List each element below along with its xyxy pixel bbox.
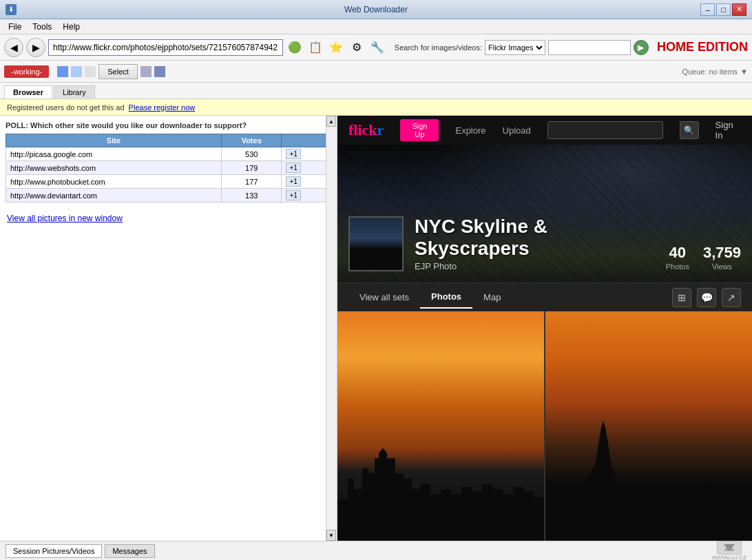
vote-cell: +1 bbox=[282, 147, 331, 161]
close-button[interactable]: ✕ bbox=[732, 3, 746, 16]
views-label: Views bbox=[712, 262, 732, 271]
photos-count: 40 bbox=[666, 244, 689, 262]
color-swatch-3[interactable] bbox=[154, 66, 165, 77]
flickr-photo-nav: View all sets Photos Map ⊞ 💬 ↗ bbox=[337, 282, 752, 311]
comment-icon[interactable]: 💬 bbox=[697, 288, 716, 307]
title-left: ⬇ bbox=[6, 4, 17, 15]
search-area: Search for images/videos: Flickr Images … bbox=[395, 40, 649, 55]
view-all-sets-link[interactable]: View all sets bbox=[348, 287, 420, 308]
share-icon[interactable]: ↗ bbox=[722, 288, 741, 307]
photo-nav-right-icons: ⊞ 💬 ↗ bbox=[672, 288, 741, 307]
flickr-search-button[interactable]: 🔍 bbox=[680, 121, 699, 139]
queue-expand-icon[interactable]: ▼ bbox=[740, 68, 748, 76]
photos-nav-item[interactable]: Photos bbox=[420, 286, 472, 309]
photo-cell-right[interactable] bbox=[545, 311, 752, 541]
browser-content: POLL: Which other site would you like ou… bbox=[0, 116, 752, 541]
menu-help[interactable]: Help bbox=[57, 21, 85, 33]
tools-button[interactable]: 🔧 bbox=[368, 39, 386, 56]
poll-col-action bbox=[282, 134, 331, 147]
votes-cell: 530 bbox=[221, 147, 282, 161]
back-button[interactable]: ◀ bbox=[4, 38, 23, 57]
album-thumbnail[interactable] bbox=[348, 216, 404, 271]
instaluj-logo bbox=[717, 541, 742, 554]
site-cell: http://www.photobucket.com bbox=[6, 175, 222, 189]
instaluj-text: INSTALUJ.CZ bbox=[712, 554, 746, 560]
color-swatch-gray[interactable] bbox=[85, 66, 96, 77]
vote-cell: +1 bbox=[282, 161, 331, 175]
photos-grid bbox=[337, 311, 752, 541]
votes-cell: 179 bbox=[221, 161, 282, 175]
vote-button[interactable]: +1 bbox=[286, 190, 300, 200]
table-row: http://www.webshots.com 179 +1 bbox=[6, 161, 331, 175]
select-button[interactable]: Select bbox=[98, 64, 138, 79]
photo-cell-left[interactable] bbox=[337, 311, 544, 541]
secondary-toolbar: -working- Select Queue: no items ▼ bbox=[0, 61, 752, 83]
url-input[interactable] bbox=[48, 39, 283, 56]
ad-text: Registered users do not get this ad bbox=[7, 103, 125, 112]
main-toolbar: ◀ ▶ 🟢 📋 ⭐ ⚙ 🔧 Search for images/videos: … bbox=[0, 34, 752, 61]
maximize-button[interactable]: □ bbox=[716, 3, 731, 16]
menu-file[interactable]: File bbox=[3, 21, 27, 33]
search-label: Search for images/videos: bbox=[395, 43, 482, 52]
search-type-select[interactable]: Flickr Images bbox=[485, 40, 545, 55]
vote-cell: +1 bbox=[282, 189, 331, 203]
window-controls: – □ ✕ bbox=[700, 3, 746, 16]
window-title: Web Downloader bbox=[344, 5, 408, 14]
queue-text: Queue: no items bbox=[682, 68, 738, 76]
album-author[interactable]: EJP Photo bbox=[415, 261, 655, 271]
votes-cell: 133 bbox=[221, 189, 282, 203]
register-link[interactable]: Please register now bbox=[129, 103, 196, 112]
flickr-logo-pink: flick bbox=[348, 121, 377, 138]
site-cell: http://picasa.google.com bbox=[6, 147, 222, 161]
scroll-track[interactable] bbox=[326, 127, 337, 530]
left-panel: POLL: Which other site would you like ou… bbox=[0, 116, 337, 541]
minimize-button[interactable]: – bbox=[700, 3, 715, 16]
vote-button[interactable]: +1 bbox=[286, 149, 300, 159]
album-title: NYC Skyline & Skyscrapers bbox=[415, 216, 655, 260]
vote-button[interactable]: +1 bbox=[286, 176, 300, 187]
forward-button[interactable]: ▶ bbox=[26, 38, 45, 57]
votes-cell: 177 bbox=[221, 175, 282, 189]
flickr-search-input[interactable] bbox=[547, 121, 663, 139]
session-tab[interactable]: Session Pictures/Videos bbox=[6, 544, 102, 558]
poll-table: Site Votes http://picasa.google.com 530 … bbox=[6, 134, 331, 203]
instaluj-watermark: INSTALUJ.CZ bbox=[712, 541, 746, 560]
map-nav-item[interactable]: Map bbox=[472, 287, 512, 308]
settings-button[interactable]: ⚙ bbox=[348, 39, 366, 56]
flickr-signin-link[interactable]: Sign In bbox=[716, 120, 741, 141]
menu-tools[interactable]: Tools bbox=[27, 21, 57, 33]
scroll-up-arrow[interactable]: ▲ bbox=[326, 116, 336, 127]
flickr-hero: NYC Skyline & Skyscrapers EJP Photo 40 P… bbox=[337, 145, 752, 282]
browser-tabs: Browser Library bbox=[0, 83, 752, 99]
search-input[interactable] bbox=[548, 40, 631, 55]
menu-bar: File Tools Help bbox=[0, 19, 752, 34]
signup-button[interactable]: Sign Up bbox=[400, 119, 439, 141]
bookmark-button[interactable]: ⭐ bbox=[327, 39, 345, 56]
color-swatch-light-blue[interactable] bbox=[71, 66, 82, 77]
poll-col-votes: Votes bbox=[221, 134, 282, 147]
color-swatch-2[interactable] bbox=[140, 66, 152, 77]
view-pictures-link[interactable]: View all pictures in new window bbox=[0, 208, 337, 229]
working-status: -working- bbox=[4, 65, 49, 78]
color-swatch-blue[interactable] bbox=[57, 66, 68, 77]
hero-stats: 40 Photos 3,759 Views bbox=[666, 244, 741, 271]
tab-browser[interactable]: Browser bbox=[4, 85, 52, 98]
poll-rows: http://picasa.google.com 530 +1http://ww… bbox=[6, 147, 331, 203]
copy-button[interactable]: 📋 bbox=[306, 39, 324, 56]
flickr-explore-link[interactable]: Explore bbox=[455, 125, 485, 136]
hero-info: NYC Skyline & Skyscrapers EJP Photo 40 P… bbox=[337, 205, 752, 282]
go-button[interactable]: 🟢 bbox=[286, 39, 304, 56]
messages-tab[interactable]: Messages bbox=[105, 544, 154, 558]
tab-library[interactable]: Library bbox=[54, 85, 95, 98]
poll-col-site: Site bbox=[6, 134, 222, 147]
vote-button[interactable]: +1 bbox=[286, 163, 300, 173]
flickr-upload-link[interactable]: Upload bbox=[503, 125, 531, 136]
vote-cell: +1 bbox=[282, 175, 331, 189]
search-go-button[interactable]: ▶ bbox=[634, 40, 649, 55]
flickr-section: flickr Sign Up Explore Upload 🔍 Sign In … bbox=[337, 116, 752, 541]
scrollbar[interactable]: ▲ ▼ bbox=[326, 116, 337, 541]
photos-label: Photos bbox=[666, 262, 689, 271]
grid-view-icon[interactable]: ⊞ bbox=[672, 288, 691, 307]
site-cell: http://www.webshots.com bbox=[6, 161, 222, 175]
scroll-down-arrow[interactable]: ▼ bbox=[326, 530, 336, 541]
